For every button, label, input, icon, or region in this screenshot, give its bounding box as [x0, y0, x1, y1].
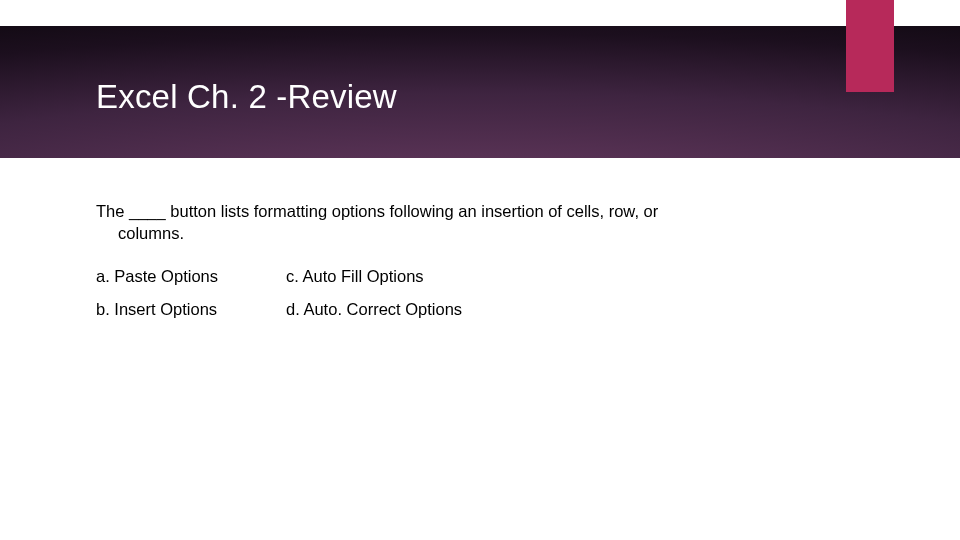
accent-tab: [846, 0, 894, 92]
option-d: d. Auto. Correct Options: [286, 300, 876, 319]
question-line-1: The ____ button lists formatting options…: [96, 202, 658, 220]
option-b: b. Insert Options: [96, 300, 276, 319]
question-line-2: columns.: [96, 222, 876, 244]
option-a: a. Paste Options: [96, 267, 276, 286]
option-c: c. Auto Fill Options: [286, 267, 876, 286]
question-text: The ____ button lists formatting options…: [96, 200, 876, 245]
slide-title: Excel Ch. 2 -Review: [96, 78, 397, 116]
slide: Excel Ch. 2 -Review The ____ button list…: [0, 0, 960, 540]
options-grid: a. Paste Options c. Auto Fill Options b.…: [96, 267, 876, 319]
slide-body: The ____ button lists formatting options…: [96, 200, 876, 319]
